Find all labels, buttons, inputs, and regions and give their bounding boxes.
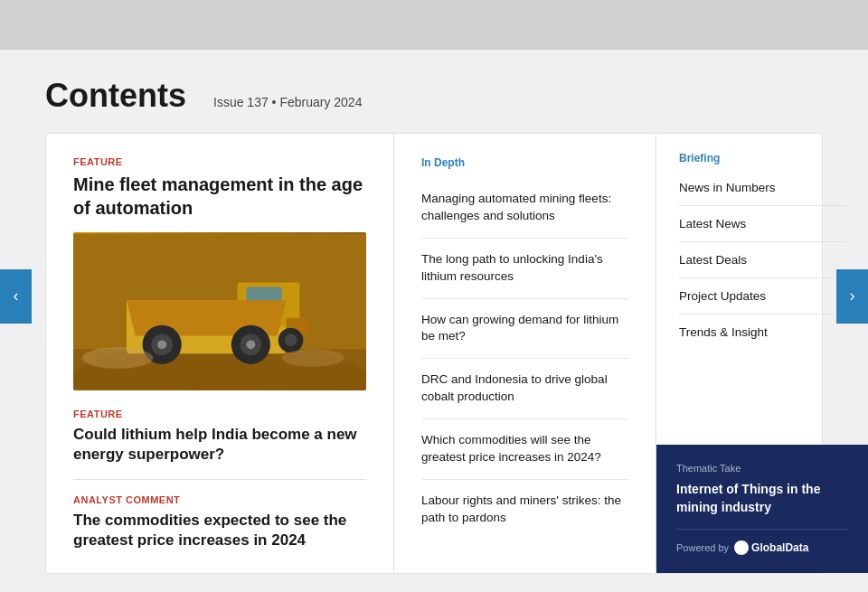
mid-article-title: Managing automated mining fleets: challe… — [421, 191, 628, 225]
briefing-label: Briefing — [679, 152, 846, 164]
feature-2-label: Feature — [73, 409, 366, 419]
nav-item-news-in-numbers[interactable]: News in Numbers — [679, 170, 846, 206]
thematic-divider — [676, 529, 849, 530]
svg-point-17 — [282, 349, 344, 367]
issue-label: Issue 137 • February 2024 — [213, 95, 362, 109]
svg-point-16 — [82, 347, 154, 369]
powered-by: Powered by GlobalData — [676, 540, 849, 555]
thematic-label: Thematic Take — [676, 463, 849, 474]
divider-1 — [73, 479, 366, 480]
globaldata-logo: GlobalData — [734, 540, 808, 555]
feature-1-title[interactable]: Mine fleet management in the age of auto… — [73, 173, 366, 220]
right-column: Briefing News in NumbersLatest NewsLates… — [656, 134, 868, 573]
main-container: Contents Issue 137 • February 2024 Featu… — [0, 50, 868, 592]
mid-article-title: The long path to unlocking India's lithi… — [421, 251, 628, 286]
nav-item-latest-news[interactable]: Latest News — [679, 206, 846, 242]
mid-article-title: Which commodities will see the greatest … — [421, 432, 628, 466]
nav-item-project-updates[interactable]: Project Updates — [679, 278, 846, 315]
gd-brand-name: GlobalData — [751, 541, 808, 554]
left-column: Feature Mine fleet management in the age… — [46, 134, 394, 573]
nav-item-latest-deals[interactable]: Latest Deals — [679, 242, 846, 278]
mid-article-item[interactable]: Managing automated mining fleets: challe… — [421, 178, 628, 239]
mid-article-title: How can growing demand for lithium be me… — [421, 312, 628, 346]
mid-article-item[interactable]: Which commodities will see the greatest … — [421, 419, 628, 480]
mid-article-item[interactable]: Labour rights and miners' strikes: the p… — [421, 480, 628, 540]
thematic-take-box: Thematic Take Internet of Things in the … — [656, 445, 868, 573]
feature-1-label: Feature — [73, 156, 366, 167]
mid-article-title: Labour rights and miners' strikes: the p… — [421, 493, 628, 527]
svg-point-10 — [157, 340, 166, 349]
nav-items-list: News in NumbersLatest NewsLatest DealsPr… — [679, 170, 846, 350]
svg-point-13 — [246, 340, 255, 349]
header-row: Contents Issue 137 • February 2024 — [45, 77, 823, 115]
feature-image — [73, 232, 366, 390]
prev-arrow[interactable]: ‹ — [0, 269, 32, 324]
svg-point-15 — [285, 334, 297, 347]
analyst-label: Analyst Comment — [73, 494, 366, 505]
content-grid: Feature Mine fleet management in the age… — [45, 133, 823, 574]
gd-circle-icon — [734, 540, 749, 555]
nav-item-trends-&-insight[interactable]: Trends & Insight — [679, 315, 846, 350]
chevron-left-icon: ‹ — [14, 287, 19, 305]
in-depth-label: In Depth — [421, 156, 628, 169]
truck-illustration — [73, 232, 366, 390]
middle-column: In Depth Managing automated mining fleet… — [394, 134, 656, 573]
mid-article-item[interactable]: DRC and Indonesia to drive global cobalt… — [421, 359, 628, 419]
mid-articles-list: Managing automated mining fleets: challe… — [421, 178, 628, 540]
feature-2-title[interactable]: Could lithium help India become a new en… — [73, 425, 366, 465]
powered-by-text: Powered by — [676, 542, 729, 553]
top-bar — [0, 0, 868, 50]
mid-article-item[interactable]: How can growing demand for lithium be me… — [421, 299, 628, 360]
next-arrow[interactable]: › — [836, 269, 868, 324]
analyst-title[interactable]: The commodities expected to see the grea… — [73, 511, 366, 550]
page-title: Contents — [45, 77, 186, 115]
mid-article-title: DRC and Indonesia to drive global cobalt… — [421, 371, 628, 406]
thematic-title[interactable]: Internet of Things in the mining industr… — [676, 481, 849, 516]
chevron-right-icon: › — [850, 287, 855, 305]
mid-article-item[interactable]: The long path to unlocking India's lithi… — [421, 239, 628, 299]
